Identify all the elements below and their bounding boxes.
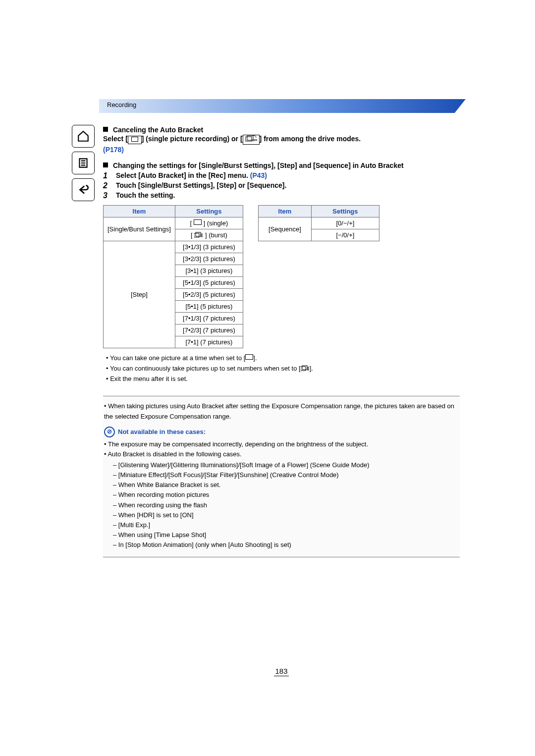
section-header-bar — [99, 99, 466, 113]
burst-glyph-icon — [194, 232, 203, 238]
cancel-instruction: Select [] (single picture recording) or … — [103, 135, 460, 145]
svg-rect-0 — [246, 137, 252, 141]
cell-step-label: [Step] — [104, 241, 175, 348]
dash-item: In [Stop Motion Animation] (only when [A… — [113, 540, 459, 550]
dash-item: When recording motion pictures — [113, 490, 459, 500]
change-heading: Changing the settings for [Single/Burst … — [103, 162, 460, 169]
step-opt: [5•1/3] (5 pictures) — [175, 277, 243, 289]
svg-rect-7 — [301, 367, 306, 371]
burst-glyph-icon — [301, 364, 310, 370]
dash-item: When using [Time Lapse Shot] — [113, 530, 459, 540]
svg-rect-4 — [196, 232, 201, 236]
note-p1: • When taking pictures using Auto Bracke… — [104, 401, 459, 421]
step-opt: [3•2/3] (3 pictures) — [175, 253, 243, 265]
th-settings: Settings — [175, 206, 243, 217]
note-p2: • The exposure may be compensated incorr… — [104, 439, 459, 449]
prohibit-icon: ⊘ — [104, 427, 115, 437]
settings-table-right: Item Settings [Sequence] [0/−/+] [−/0/+] — [258, 205, 379, 241]
step-opt: [3•1/3] (3 pictures) — [175, 241, 243, 253]
cancel-heading: Canceling the Auto Bracket — [103, 126, 460, 134]
page-number: 183 — [103, 667, 460, 675]
step-opt: [7•1/3] (7 pictures) — [175, 313, 243, 324]
single-glyph-icon — [194, 219, 202, 225]
square-bullet-icon — [103, 127, 108, 132]
footnote: You can continuously take pictures up to… — [106, 364, 460, 374]
svg-rect-3 — [194, 233, 199, 237]
step-opt: [7•1] (7 pictures) — [175, 336, 243, 348]
page: Recording Canceling the Auto Bracket Sel… — [0, 0, 535, 756]
section-header-label: Recording — [107, 101, 136, 108]
step-opt: [3•1] (3 pictures) — [175, 265, 243, 277]
ref-p178[interactable]: (P178) — [103, 146, 460, 154]
square-bullet-icon — [103, 162, 108, 167]
tables-row: Item Settings [Single/Burst Settings] [ … — [103, 205, 460, 348]
back-icon[interactable] — [72, 178, 95, 201]
dash-item: When [HDR] is set to [ON] — [113, 510, 459, 520]
cell-single: [ ] (single) — [175, 217, 243, 229]
dash-item: [Miniature Effect]/[Soft Focus]/[Star Fi… — [113, 470, 459, 480]
seq-opt: [0/−/+] — [311, 217, 379, 229]
home-icon[interactable] — [72, 125, 95, 148]
cell-burst: [ ] (burst) — [175, 229, 243, 241]
ref-p43[interactable]: (P43) — [250, 171, 267, 179]
footnote: Exit the menu after it is set. — [106, 374, 460, 384]
footnote: You can take one picture at a time when … — [106, 353, 460, 364]
drive-mode-off-icon: OFF — [243, 135, 260, 145]
side-nav — [72, 125, 96, 201]
th-settings: Settings — [311, 206, 379, 217]
dash-item: [Multi Exp.] — [113, 520, 459, 530]
cell-single-burst: [Single/Burst Settings] — [104, 217, 175, 241]
single-shot-icon — [128, 136, 142, 144]
note-p3: • Auto Bracket is disabled in the follow… — [104, 449, 459, 459]
content-area: Canceling the Auto Bracket Select [] (si… — [103, 126, 460, 557]
seq-opt: [−/0/+] — [311, 229, 379, 241]
cell-sequence-label: [Sequence] — [258, 217, 311, 241]
svg-rect-8 — [302, 366, 307, 370]
th-item: Item — [258, 206, 311, 217]
step-3: 3 Touch the setting. — [103, 191, 460, 200]
settings-table-left: Item Settings [Single/Burst Settings] [ … — [103, 205, 243, 348]
table-footnotes: You can take one picture at a time when … — [106, 353, 460, 384]
step-1: 1 Select [Auto Bracket] in the [Rec] men… — [103, 171, 460, 180]
not-available-title: ⊘ Not available in these cases: — [104, 427, 459, 437]
dash-list: [Glistening Water]/[Glittering Illuminat… — [113, 460, 459, 550]
th-item: Item — [104, 206, 175, 217]
steps-list: 1 Select [Auto Bracket] in the [Rec] men… — [103, 171, 460, 200]
svg-text:OFF: OFF — [252, 139, 257, 142]
step-2: 2 Touch [Single/Burst Settings], [Step] … — [103, 181, 460, 190]
step-opt: [7•2/3] (7 pictures) — [175, 324, 243, 336]
contents-icon[interactable] — [72, 152, 95, 174]
dash-item: When recording using the flash — [113, 500, 459, 510]
dash-item: When White Balance Bracket is set. — [113, 480, 459, 490]
dash-item: [Glistening Water]/[Glittering Illuminat… — [113, 460, 459, 470]
notes-box: • When taking pictures using Auto Bracke… — [103, 396, 460, 557]
step-opt: [5•2/3] (5 pictures) — [175, 289, 243, 301]
single-glyph-icon — [245, 354, 253, 360]
step-opt: [5•1] (5 pictures) — [175, 301, 243, 313]
